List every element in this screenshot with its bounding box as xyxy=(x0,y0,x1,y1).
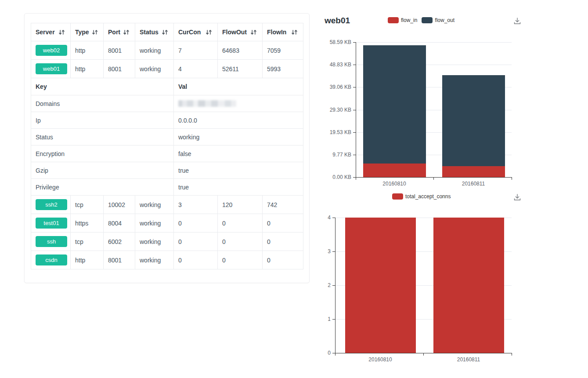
server-row-ssh2: ssh2tcp10002working3120742 xyxy=(31,196,303,214)
table-cell: 0 xyxy=(263,251,303,269)
column-header-server[interactable]: Server xyxy=(31,23,71,41)
chart1-title: web01 xyxy=(325,16,350,25)
detail-val-cell: false xyxy=(174,145,303,162)
table-cell: 120 xyxy=(218,196,263,214)
table-cell: http xyxy=(71,41,104,60)
server-name-button[interactable]: csdn xyxy=(36,254,67,266)
detail-key-cell: Ip xyxy=(31,112,174,129)
column-header-flowout[interactable]: FlowOut xyxy=(218,23,263,41)
table-cell: 0 xyxy=(218,214,263,233)
server-name-button[interactable]: web01 xyxy=(36,63,67,75)
table-cell: 742 xyxy=(263,196,303,214)
column-header-label: Port xyxy=(108,29,120,36)
legend-swatch xyxy=(422,17,433,23)
y-axis-label: 39.06 KB xyxy=(321,84,351,90)
table-cell: 5993 xyxy=(263,60,303,78)
y-axis-label: 19.53 KB xyxy=(321,129,351,135)
legend-item-flow_out[interactable]: flow_out xyxy=(422,17,455,23)
detail-row-encryption: Encryptionfalse xyxy=(31,145,303,162)
column-header-label: FlowOut xyxy=(222,29,247,36)
column-header-port[interactable]: Port xyxy=(104,23,135,41)
table-cell: https xyxy=(71,214,104,233)
table-cell: tcp xyxy=(71,196,104,214)
legend-item-total_accept_conns[interactable]: total_accept_conns xyxy=(392,193,451,200)
table-cell: working xyxy=(135,41,174,60)
table-cell: 0 xyxy=(263,214,303,233)
chart1-legend: flow_inflow_out xyxy=(388,17,455,23)
server-row-web01: web01http8001working4526115993 xyxy=(31,60,303,78)
detail-val-cell: working xyxy=(174,129,303,145)
chart2-download-icon[interactable] xyxy=(512,193,522,202)
table-cell: working xyxy=(135,214,174,233)
x-axis-tick xyxy=(433,177,434,180)
sort-icon xyxy=(250,29,257,35)
chart2-legend: total_accept_conns xyxy=(392,193,451,200)
column-header-status[interactable]: Status xyxy=(135,23,174,41)
column-header-curcon[interactable]: CurCon xyxy=(174,23,218,41)
table-cell: 0 xyxy=(174,233,218,251)
y-axis-label: 9.77 KB xyxy=(321,152,351,158)
table-cell: 0 xyxy=(218,251,263,269)
detail-header-row: KeyVal xyxy=(31,78,303,95)
server-row-web02: web02http8001working7646837059 xyxy=(31,41,303,60)
y-axis-line xyxy=(356,42,356,177)
server-name-button[interactable]: web02 xyxy=(36,45,67,56)
detail-row-ip: Ip0.0.0.0 xyxy=(31,112,303,129)
legend-item-flow_in[interactable]: flow_in xyxy=(388,17,417,23)
table-cell: 8004 xyxy=(104,214,135,233)
server-table: ServerTypePortStatusCurConFlowOutFlowIn … xyxy=(31,23,303,269)
y-axis-label: 48.83 KB xyxy=(321,62,351,68)
sort-icon xyxy=(291,29,298,35)
server-name-cell: csdn xyxy=(31,251,71,269)
detail-row-gzip: Gziptrue xyxy=(31,162,303,179)
detail-row-status: Statusworking xyxy=(31,129,303,145)
sort-icon xyxy=(162,29,168,35)
table-cell: 0 xyxy=(174,214,218,233)
server-name-cell: web02 xyxy=(31,41,71,60)
legend-label: total_accept_conns xyxy=(405,193,451,200)
table-cell: working xyxy=(135,233,174,251)
table-cell: 0 xyxy=(218,233,263,251)
detail-val-cell: true xyxy=(174,179,303,196)
legend-label: flow_out xyxy=(435,17,455,23)
table-cell: 7059 xyxy=(263,41,303,60)
y-axis-line xyxy=(335,218,335,353)
y-axis-label: 3 xyxy=(300,248,331,254)
table-cell: 4 xyxy=(174,60,218,78)
server-row-ssh: sshtcp6002working000 xyxy=(31,233,303,251)
table-cell: working xyxy=(135,60,174,78)
bar-flow_out-20160811 xyxy=(442,75,505,166)
server-name-button[interactable]: test01 xyxy=(36,218,67,229)
gridline xyxy=(356,42,512,43)
table-cell: 64683 xyxy=(218,41,263,60)
domains-value-redacted xyxy=(178,100,236,107)
column-header-flowin[interactable]: FlowIn xyxy=(263,23,303,41)
table-cell: 8001 xyxy=(104,60,135,78)
dashboard-page: ServerTypePortStatusCurConFlowOutFlowIn … xyxy=(0,0,588,378)
chart1-download-icon[interactable] xyxy=(512,16,522,26)
detail-key-cell: Gzip xyxy=(31,162,174,179)
detail-key-cell: Domains xyxy=(31,95,174,112)
column-header-label: CurCon xyxy=(178,29,201,36)
bar-flow_in-20160810 xyxy=(363,164,426,177)
column-header-type[interactable]: Type xyxy=(71,23,104,41)
column-header-label: Status xyxy=(140,29,159,36)
sort-icon xyxy=(58,29,65,35)
server-name-button[interactable]: ssh xyxy=(36,236,67,247)
server-panel: ServerTypePortStatusCurConFlowOutFlowIn … xyxy=(24,13,310,283)
x-axis-tick xyxy=(423,353,424,356)
server-name-cell: web01 xyxy=(31,60,71,78)
table-cell: http xyxy=(71,60,104,78)
detail-val-cell: true xyxy=(174,162,303,179)
detail-key-header: Key xyxy=(31,78,174,95)
x-axis-line xyxy=(356,177,512,178)
x-axis-tick xyxy=(335,353,335,356)
server-name-button[interactable]: ssh2 xyxy=(36,199,67,211)
table-cell: 7 xyxy=(174,41,218,60)
y-axis-label: 4 xyxy=(300,214,331,221)
column-header-label: FlowIn xyxy=(267,29,286,36)
table-cell: 0 xyxy=(263,233,303,251)
sort-icon xyxy=(92,29,98,35)
detail-val-cell: 0.0.0.0 xyxy=(174,112,303,129)
y-axis-label: 2 xyxy=(300,282,331,288)
